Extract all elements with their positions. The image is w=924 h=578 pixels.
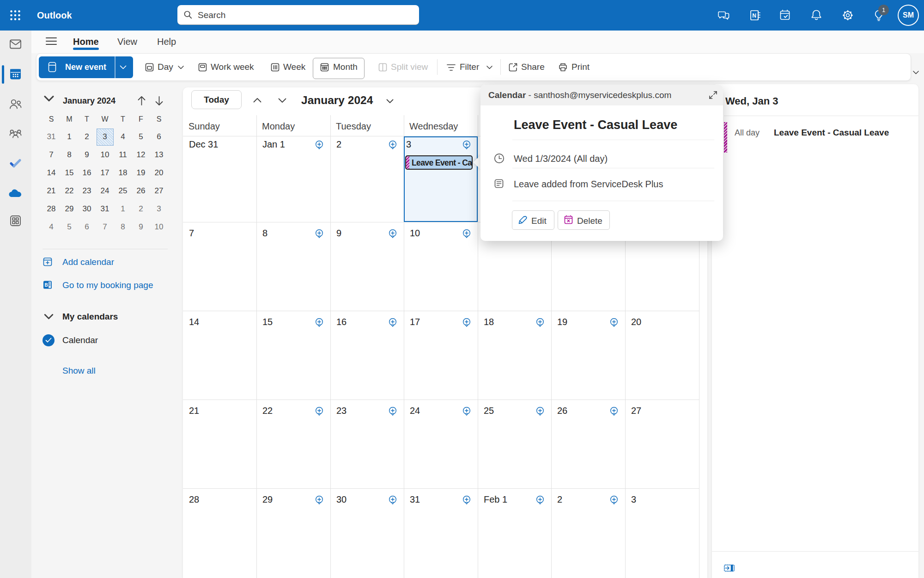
svg-text:N: N	[752, 12, 756, 19]
svg-text:B: B	[44, 283, 48, 288]
